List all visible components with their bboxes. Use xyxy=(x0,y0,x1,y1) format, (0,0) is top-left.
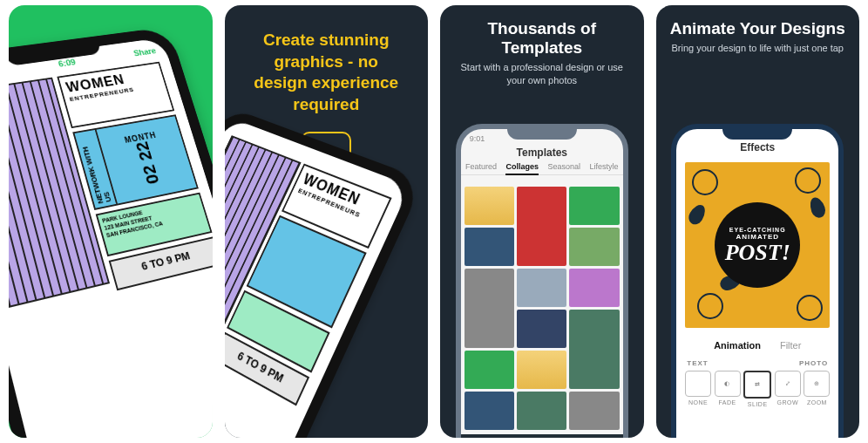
badge-line3: POST! xyxy=(725,242,790,264)
app-store-screenshot-gallery: ‹ My Posts 6:09 Share WOMEN ENTREPRENEUR… xyxy=(0,0,868,443)
template-grid[interactable] xyxy=(465,187,620,434)
screenshot-panel-2: Create stunning graphics - no design exp… xyxy=(225,5,429,438)
none-icon xyxy=(685,371,711,397)
panel-title: Animate Your Designs xyxy=(665,19,851,38)
template-thumb[interactable] xyxy=(517,187,566,266)
panel-header: Animate Your Designs Bring your design t… xyxy=(656,5,860,57)
opt-grow[interactable]: ⤢GROW xyxy=(775,371,801,407)
screenshot-panel-3: Thousands of Templates Start with a prof… xyxy=(440,5,644,438)
poster-badge: EYE-CATCHING ANIMATED POST! xyxy=(715,202,800,288)
doodle-icon xyxy=(797,295,823,321)
animation-options: NONE ◐FADE ⇄SLIDE ⤢GROW ⊕ZOOM xyxy=(676,369,838,407)
template-thumb[interactable] xyxy=(465,187,514,225)
phone-mockup: ‹ My Posts 6:09 Share WOMEN ENTREPRENEUR… xyxy=(9,26,213,438)
effects-segment: Animation Filter xyxy=(676,340,838,351)
phone-screen: WOMEN ENTREPRENEURS 6 TO 9 PM xyxy=(225,118,410,438)
design-canvas[interactable]: WOMEN ENTREPRENEURS NETWORK WITH US MONT… xyxy=(9,62,213,309)
phone-mockup-angled: WOMEN ENTREPRENEURS 6 TO 9 PM xyxy=(225,106,424,438)
template-thumb[interactable] xyxy=(465,269,514,348)
phone-screen: ‹ My Posts 6:09 Share WOMEN ENTREPRENEUR… xyxy=(9,37,213,438)
phone-notch xyxy=(722,124,792,140)
template-thumb[interactable] xyxy=(569,187,619,225)
tab-featured[interactable]: Featured xyxy=(465,162,497,171)
template-thumb[interactable] xyxy=(517,269,566,307)
label-photo: PHOTO xyxy=(799,359,828,367)
template-thumb[interactable] xyxy=(465,228,514,266)
template-thumb[interactable] xyxy=(465,392,514,430)
panel-header: Thousands of Templates Start with a prof… xyxy=(440,5,644,89)
panel-title: Thousands of Templates xyxy=(451,19,634,58)
phone-mockup: Effects EYE-CATCHING ANIMATED POST! xyxy=(671,124,844,438)
tool-design[interactable]: ✦Design xyxy=(131,434,212,438)
badge-line1: EYE-CATCHING xyxy=(729,227,786,233)
screenshot-panel-1: ‹ My Posts 6:09 Share WOMEN ENTREPRENEUR… xyxy=(9,5,213,438)
template-thumb[interactable] xyxy=(517,351,566,389)
fade-icon: ◐ xyxy=(715,371,741,397)
template-thumb[interactable] xyxy=(517,310,566,348)
bottom-nav: Templates + My Posts xyxy=(461,434,623,438)
tab-seasonal[interactable]: Seasonal xyxy=(547,162,580,171)
grow-icon: ⤢ xyxy=(775,371,801,397)
phone-mockup: 9:01 Templates Featured Collages Seasona… xyxy=(456,124,628,438)
panel-headline: Create stunning graphics - no design exp… xyxy=(225,5,429,128)
seg-animation[interactable]: Animation xyxy=(714,340,761,351)
template-thumb[interactable] xyxy=(465,351,514,389)
slide-icon: ⇄ xyxy=(743,371,771,399)
zoom-icon: ⊕ xyxy=(804,371,830,397)
template-thumb[interactable] xyxy=(569,269,619,307)
opt-slide[interactable]: ⇄SLIDE xyxy=(743,371,771,407)
panel-subtitle: Bring your design to life with just one … xyxy=(665,42,851,55)
category-tabs: Featured Collages Seasonal Lifestyle xyxy=(461,162,623,175)
phone-screen: 9:01 Templates Featured Collages Seasona… xyxy=(461,129,623,438)
seg-filter[interactable]: Filter xyxy=(780,340,801,351)
opt-zoom[interactable]: ⊕ZOOM xyxy=(804,371,830,407)
tool-palette[interactable]: Palette xyxy=(205,412,213,438)
template-thumb[interactable] xyxy=(569,310,619,389)
tab-lifestyle[interactable]: Lifestyle xyxy=(589,162,618,171)
leaf-icon xyxy=(808,195,828,220)
editor-toolbar: +Add ✦Design Palette �懶Resize ▦Layout ◑E… xyxy=(51,412,213,438)
screen-title: Templates xyxy=(461,145,623,162)
template-thumb[interactable] xyxy=(569,228,619,266)
doodle-icon xyxy=(697,293,723,319)
design-canvas: WOMEN ENTREPRENEURS 6 TO 9 PM xyxy=(225,135,392,398)
tab-collages[interactable]: Collages xyxy=(505,162,539,175)
animated-poster[interactable]: EYE-CATCHING ANIMATED POST! xyxy=(685,162,830,328)
opt-none[interactable]: NONE xyxy=(685,371,711,407)
share-button[interactable]: Share xyxy=(132,46,157,58)
template-thumb[interactable] xyxy=(517,392,566,430)
leaf-icon xyxy=(686,202,709,228)
phone-notch xyxy=(507,124,577,140)
doodle-icon xyxy=(692,169,718,195)
option-labels: TEXT PHOTO xyxy=(676,351,838,369)
screenshot-panel-4: Animate Your Designs Bring your design t… xyxy=(656,5,860,438)
template-thumb[interactable] xyxy=(569,392,619,430)
label-text: TEXT xyxy=(687,359,708,367)
opt-fade[interactable]: ◐FADE xyxy=(715,371,741,407)
phone-screen: Effects EYE-CATCHING ANIMATED POST! xyxy=(676,129,838,438)
doodle-icon xyxy=(795,167,821,194)
panel-subtitle: Start with a professional design or use … xyxy=(451,61,634,87)
